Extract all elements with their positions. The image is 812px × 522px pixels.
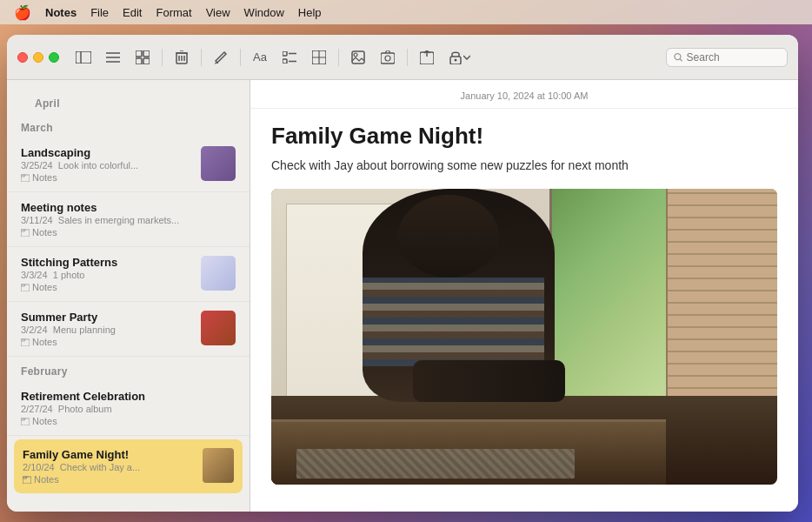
traffic-lights — [17, 52, 59, 63]
photo-shirt — [363, 278, 545, 366]
notes-sidebar: April March Landscaping 3/25/24 Look int… — [7, 80, 250, 512]
folder-icon — [21, 417, 30, 425]
note-meta-meeting: 3/11/24 Sales in emerging markets... — [21, 215, 236, 225]
compose-icon — [214, 50, 228, 64]
search-icon — [674, 52, 683, 63]
note-title-landscaping: Landscaping — [21, 146, 192, 159]
menu-help[interactable]: Help — [291, 0, 329, 24]
svg-rect-25 — [381, 53, 395, 64]
share-button[interactable] — [415, 45, 439, 70]
note-item-stitching[interactable]: Stitching Patterns 3/3/24 1 photo Notes — [7, 247, 250, 302]
minimize-button[interactable] — [33, 52, 43, 63]
delete-button[interactable] — [170, 45, 194, 70]
svg-rect-8 — [143, 58, 150, 64]
note-title-summer: Summer Party — [21, 311, 192, 324]
editor-content[interactable]: Family Game Night! Check with Jay about … — [250, 109, 798, 512]
fullscreen-button[interactable] — [49, 52, 59, 63]
svg-point-26 — [385, 56, 390, 61]
lock-icon — [449, 50, 462, 64]
menu-edit[interactable]: Edit — [116, 0, 149, 24]
photo-person-head — [398, 195, 499, 278]
note-meta-stitching: 3/3/24 1 photo — [21, 270, 192, 280]
gallery-icon — [136, 50, 150, 64]
svg-point-31 — [675, 53, 681, 59]
folder-icon — [21, 228, 30, 237]
compose-button[interactable] — [209, 45, 233, 70]
editor-image — [271, 189, 777, 485]
note-folder-retirement: Notes — [21, 416, 236, 426]
note-item-summer[interactable]: Summer Party 3/2/24 Menu planning Notes — [7, 302, 250, 357]
sidebar-icon — [76, 51, 91, 64]
svg-point-24 — [354, 53, 357, 57]
folder-icon — [21, 338, 30, 346]
sep4 — [338, 49, 339, 66]
note-folder-stitching: Notes — [21, 282, 192, 292]
toolbar: Aa — [7, 35, 798, 80]
note-thumb-summer — [201, 311, 236, 345]
note-meta-retirement: 2/27/24 Photo album — [21, 404, 236, 414]
march-header-label: March — [7, 113, 250, 137]
photo-arm — [413, 360, 565, 402]
checklist-icon — [283, 51, 296, 64]
search-input[interactable] — [687, 51, 780, 64]
note-text-family-game: Family Game Night! 2/10/24 Check with Ja… — [23, 448, 194, 485]
attachment-button[interactable] — [346, 45, 370, 70]
note-folder-summer: Notes — [21, 337, 192, 347]
note-text-landscaping: Landscaping 3/25/24 Look into colorful..… — [21, 146, 192, 183]
note-item-landscaping[interactable]: Landscaping 3/25/24 Look into colorful..… — [7, 137, 250, 192]
note-text-stitching: Stitching Patterns 3/3/24 1 photo Notes — [21, 256, 192, 292]
format-text-button[interactable]: Aa — [248, 45, 272, 70]
photo-puzzle — [296, 449, 575, 478]
note-editor: January 10, 2024 at 10:00 AM Family Game… — [250, 80, 798, 512]
note-title-retirement: Retirement Celebration — [21, 390, 236, 403]
note-meta-summer: 3/2/24 Menu planning — [21, 325, 192, 335]
note-item-retirement[interactable]: Retirement Celebration 2/27/24 Photo alb… — [7, 381, 250, 436]
sep5 — [407, 49, 408, 66]
note-folder-landscaping: Notes — [21, 172, 192, 183]
format-text-label: Aa — [253, 50, 267, 64]
list-view-button[interactable] — [101, 45, 125, 70]
february-header-label: February — [7, 357, 250, 381]
note-item-meeting[interactable]: Meeting notes 3/11/24 Sales in emerging … — [7, 192, 250, 247]
lock-button[interactable] — [444, 45, 476, 70]
note-title-family-game: Family Game Night! — [23, 448, 194, 461]
checklist-button[interactable] — [277, 45, 302, 70]
folder-icon — [21, 283, 30, 291]
close-button[interactable] — [17, 52, 28, 63]
share-icon — [420, 50, 434, 64]
sidebar-toggle-button[interactable] — [71, 45, 96, 70]
editor-title: Family Game Night! — [271, 123, 777, 150]
editor-timestamp: January 10, 2024 at 10:00 AM — [250, 80, 798, 109]
note-text-meeting: Meeting notes 3/11/24 Sales in emerging … — [21, 201, 236, 238]
folder-icon — [23, 475, 31, 484]
trash-icon — [176, 50, 188, 64]
menu-bar: 🍎 Notes File Edit Format View Window Hel… — [0, 0, 812, 24]
photo-button[interactable] — [376, 45, 400, 70]
menu-notes[interactable]: Notes — [38, 0, 83, 24]
menu-view[interactable]: View — [199, 0, 237, 24]
section-april: April — [7, 80, 250, 113]
note-folder-meeting: Notes — [21, 227, 236, 238]
svg-rect-0 — [76, 51, 91, 64]
menu-format[interactable]: Format — [149, 0, 198, 24]
photo-icon — [381, 50, 395, 64]
table-button[interactable] — [307, 45, 331, 70]
gallery-view-button[interactable] — [130, 45, 155, 70]
note-title-stitching: Stitching Patterns — [21, 256, 192, 269]
menu-window[interactable]: Window — [237, 0, 291, 24]
note-meta-landscaping: 3/25/24 Look into colorful... — [21, 160, 192, 171]
attachment-icon — [351, 50, 365, 64]
menu-file[interactable]: File — [83, 0, 116, 24]
sep2 — [201, 49, 202, 66]
note-item-family-game[interactable]: Family Game Night! 2/10/24 Check with Ja… — [14, 439, 243, 493]
svg-line-15 — [215, 63, 218, 64]
apple-menu[interactable]: 🍎 — [7, 0, 38, 24]
table-icon — [312, 50, 326, 64]
svg-rect-18 — [283, 59, 287, 64]
list-icon — [106, 51, 120, 64]
svg-rect-16 — [283, 51, 287, 56]
note-text-summer: Summer Party 3/2/24 Menu planning Notes — [21, 311, 192, 347]
note-meta-family-game: 2/10/24 Check with Jay a... — [23, 462, 194, 472]
content-area: April March Landscaping 3/25/24 Look int… — [7, 80, 798, 512]
note-thumb-stitching — [201, 256, 236, 291]
